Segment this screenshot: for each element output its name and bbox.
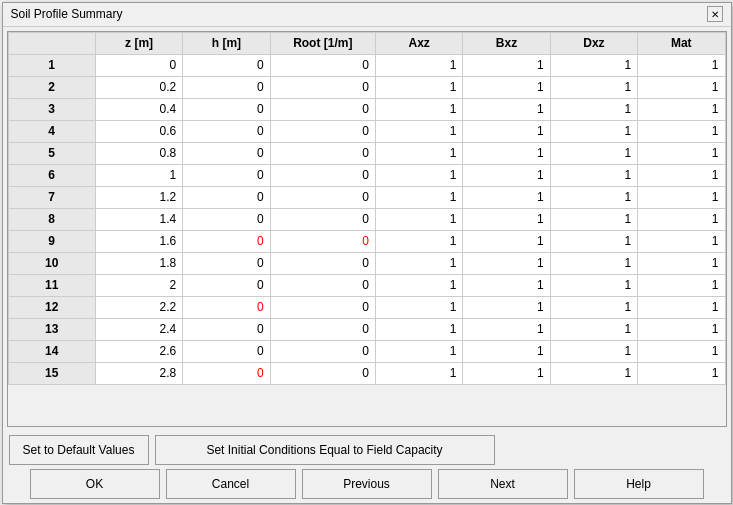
window-title: Soil Profile Summary [11,7,123,21]
cell-axz: 1 [375,340,462,362]
cell-dxz: 1 [550,54,637,76]
cell-mat: 1 [638,98,725,120]
cell-mat: 1 [638,208,725,230]
cell-bxz: 1 [463,362,550,384]
cell-z: 1.2 [95,186,182,208]
cell-bxz: 1 [463,120,550,142]
table-row: 112001111 [8,274,725,296]
cell-axz: 1 [375,186,462,208]
cell-z: 2.6 [95,340,182,362]
cell-z: 2.2 [95,296,182,318]
cell-axz: 1 [375,252,462,274]
cell-mat: 1 [638,164,725,186]
cell-z: 0.6 [95,120,182,142]
cell-root: 0 [270,98,375,120]
bottom-bar: Set to Default Values Set Initial Condit… [3,431,731,503]
cell-row-num: 7 [8,186,95,208]
cell-row-num: 14 [8,340,95,362]
table-row: 152.8001111 [8,362,725,384]
cell-mat: 1 [638,120,725,142]
cell-h: 0 [183,296,270,318]
cell-root: 0 [270,296,375,318]
cell-h: 0 [183,274,270,296]
cell-mat: 1 [638,252,725,274]
table-scroll[interactable]: z [m] h [m] Root [1/m] Axz Bxz Dxz Mat 1… [8,32,726,426]
cell-dxz: 1 [550,340,637,362]
table-row: 132.4001111 [8,318,725,340]
cell-z: 1.6 [95,230,182,252]
cell-axz: 1 [375,362,462,384]
col-header-h: h [m] [183,32,270,54]
cell-bxz: 1 [463,142,550,164]
table-row: 30.4001111 [8,98,725,120]
cell-root: 0 [270,362,375,384]
cell-dxz: 1 [550,76,637,98]
cell-root: 0 [270,274,375,296]
help-button[interactable]: Help [574,469,704,499]
cell-bxz: 1 [463,296,550,318]
col-header-z: z [m] [95,32,182,54]
table-row: 81.4001111 [8,208,725,230]
table-container: z [m] h [m] Root [1/m] Axz Bxz Dxz Mat 1… [7,31,727,427]
cell-axz: 1 [375,274,462,296]
cell-root: 0 [270,164,375,186]
table-row: 122.2001111 [8,296,725,318]
cancel-button[interactable]: Cancel [166,469,296,499]
cell-dxz: 1 [550,186,637,208]
cell-bxz: 1 [463,76,550,98]
cell-row-num: 9 [8,230,95,252]
cell-h: 0 [183,252,270,274]
cell-root: 0 [270,252,375,274]
cell-dxz: 1 [550,164,637,186]
cell-bxz: 1 [463,318,550,340]
cell-row-num: 6 [8,164,95,186]
cell-z: 0.4 [95,98,182,120]
ok-button[interactable]: OK [30,469,160,499]
cell-h: 0 [183,186,270,208]
cell-h: 0 [183,362,270,384]
cell-mat: 1 [638,186,725,208]
cell-dxz: 1 [550,98,637,120]
cell-z: 0 [95,54,182,76]
title-bar: Soil Profile Summary ✕ [3,3,731,27]
next-button[interactable]: Next [438,469,568,499]
cell-axz: 1 [375,164,462,186]
cell-z: 0.8 [95,142,182,164]
cell-dxz: 1 [550,296,637,318]
cell-mat: 1 [638,142,725,164]
col-header-root: Root [1/m] [270,32,375,54]
cell-row-num: 8 [8,208,95,230]
cell-row-num: 2 [8,76,95,98]
cell-axz: 1 [375,120,462,142]
cell-z: 1 [95,164,182,186]
cell-row-num: 11 [8,274,95,296]
cell-mat: 1 [638,230,725,252]
cell-h: 0 [183,208,270,230]
cell-dxz: 1 [550,318,637,340]
default-values-button[interactable]: Set to Default Values [9,435,149,465]
cell-bxz: 1 [463,340,550,362]
previous-button[interactable]: Previous [302,469,432,499]
cell-mat: 1 [638,362,725,384]
cell-bxz: 1 [463,252,550,274]
cell-root: 0 [270,76,375,98]
cell-z: 1.8 [95,252,182,274]
cell-h: 0 [183,98,270,120]
cell-row-num: 12 [8,296,95,318]
cell-root: 0 [270,208,375,230]
cell-row-num: 1 [8,54,95,76]
cell-h: 0 [183,142,270,164]
field-capacity-button[interactable]: Set Initial Conditions Equal to Field Ca… [155,435,495,465]
cell-bxz: 1 [463,164,550,186]
cell-h: 0 [183,76,270,98]
cell-dxz: 1 [550,274,637,296]
cell-dxz: 1 [550,142,637,164]
toolbar-row: Set to Default Values Set Initial Condit… [9,435,725,465]
cell-z: 1.4 [95,208,182,230]
cell-axz: 1 [375,142,462,164]
close-button[interactable]: ✕ [707,6,723,22]
cell-h: 0 [183,120,270,142]
cell-mat: 1 [638,54,725,76]
col-header-mat: Mat [638,32,725,54]
col-header-axz: Axz [375,32,462,54]
